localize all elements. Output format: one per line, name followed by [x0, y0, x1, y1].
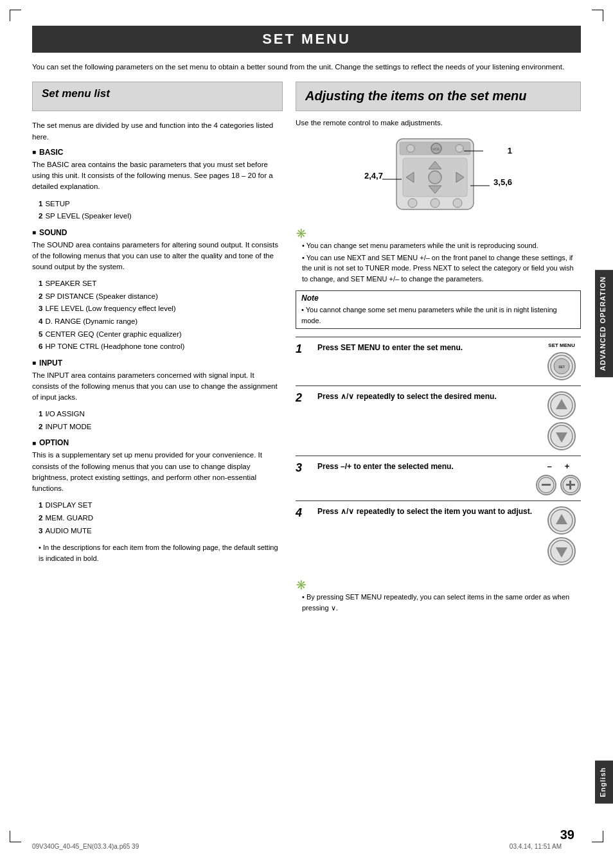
tip-text-1: You can change set menu parameters while…: [296, 240, 581, 251]
step-3-text: Press –/+ to enter the selected menu.: [317, 461, 529, 472]
set-menu-list-title: Set menu list: [42, 87, 273, 100]
english-tab: English: [595, 761, 613, 804]
tip-text-2: You can use NEXT and SET MENU +/– on the…: [296, 252, 581, 285]
up-button-2: [547, 506, 576, 535]
list-item: 3LFE LEVEL (Low frequency effect level): [39, 303, 283, 315]
corner-mark-tl: [10, 10, 21, 21]
bottom-tip-text: By pressing SET MENU repeatedly, you can…: [296, 592, 581, 613]
diagram-label-356: 3,5,6: [493, 177, 512, 187]
footer-right: 03.4.14, 11:51 AM: [510, 843, 562, 850]
use-remote-text: Use the remote control to make adjustmen…: [296, 119, 581, 127]
svg-point-14: [453, 199, 462, 208]
list-item: 1SETUP: [39, 198, 283, 211]
section-option-desc: This is a supplementary set up menu prov…: [32, 450, 283, 494]
section-input-heading: INPUT: [32, 359, 283, 368]
step-1-row: 1 Press SET MENU to enter the set menu. …: [296, 337, 581, 385]
svg-point-13: [431, 199, 440, 208]
step-1-icon: SET MENU SET: [542, 342, 581, 380]
down-button-2: [547, 537, 576, 565]
section-input-desc: The INPUT area contains parameters conce…: [32, 370, 283, 403]
step-3-icon: – +: [536, 461, 581, 495]
list-item: 1DISPLAY SET: [39, 499, 283, 512]
minus-button: [536, 475, 556, 495]
footer-note: In the descriptions for each item from t…: [32, 542, 283, 563]
section-basic-heading: BASIC: [32, 148, 283, 157]
list-item: 2SP DISTANCE (Speaker distance): [39, 290, 283, 303]
page: ADVANCED OPERATION English SET MENU You …: [0, 0, 613, 868]
section-sound-desc: The SOUND area contains parameters for a…: [32, 240, 283, 273]
left-column: Set menu list The set menus are divided …: [32, 82, 283, 614]
step-2-text: Press ∧/∨ repeatedly to select the desir…: [317, 391, 536, 402]
basic-items-list: 1SETUP 2SP LEVEL (Speaker level): [32, 198, 283, 223]
option-items-list: 1DISPLAY SET 2MEM. GUARD 3AUDIO MUTE: [32, 499, 283, 537]
step-1-title: Press SET MENU to enter the set menu.: [317, 342, 536, 353]
step-4-row: 4 Press ∧/∨ repeatedly to select the ite…: [296, 500, 581, 571]
svg-point-12: [408, 199, 417, 208]
plus-button: [560, 475, 581, 495]
svg-point-3: [456, 145, 463, 152]
up-button: [547, 391, 576, 420]
section-sound-heading: SOUND: [32, 228, 283, 237]
corner-mark-tr: [592, 10, 603, 21]
section-option-heading: OPTION: [32, 438, 283, 447]
list-item: 2SP LEVEL (Speaker level): [39, 210, 283, 223]
adjusting-title-box: Adjusting the items on the set menu: [296, 82, 581, 111]
step-4-title: Press ∧/∨ repeatedly to select the item …: [317, 506, 536, 517]
corner-mark-br: [592, 831, 603, 842]
down-button: [547, 422, 576, 450]
page-title-bar: SET MENU: [32, 26, 581, 53]
plus-minus-labels: – +: [547, 461, 570, 471]
step-3-row: 3 Press –/+ to enter the selected menu. …: [296, 456, 581, 500]
step-2-row: 2 Press ∧/∨ repeatedly to select the des…: [296, 385, 581, 456]
input-items-list: 1I/O ASSIGN 2INPUT MODE: [32, 408, 283, 433]
advanced-operation-tab: ADVANCED OPERATION: [595, 270, 613, 377]
set-menu-list-desc: The set menus are divided by use and fun…: [32, 120, 283, 143]
section-basic-desc: The BASIC area contains the basic parame…: [32, 159, 283, 193]
remote-control-svg: VOL: [384, 136, 486, 213]
set-menu-button: SET: [547, 352, 576, 380]
adjusting-title: Adjusting the items on the set menu: [305, 87, 571, 104]
step-4-number: 4: [296, 506, 311, 520]
minus-plus-buttons: [536, 475, 581, 495]
diagram-label-247: 2,4,7: [364, 171, 383, 181]
step-2-number: 2: [296, 391, 311, 405]
svg-rect-29: [569, 481, 571, 490]
list-item: 4D. RANGE (Dynamic range): [39, 315, 283, 328]
corner-mark-bl: [10, 831, 21, 842]
svg-text:VOL: VOL: [432, 147, 441, 151]
step-3-number: 3: [296, 461, 311, 475]
list-item: 1SPEAKER SET: [39, 278, 283, 290]
tip-icon-1: ✳️: [296, 228, 581, 238]
list-item: 6HP TONE CTRL (Headphone tone control): [39, 341, 283, 353]
step-4-text: Press ∧/∨ repeatedly to select the item …: [317, 506, 536, 517]
right-column: Adjusting the items on the set menu Use …: [296, 82, 581, 614]
note-title: Note: [301, 294, 575, 303]
bottom-tip-section: ✳️ By pressing SET MENU repeatedly, you …: [296, 580, 581, 613]
svg-rect-26: [542, 484, 551, 486]
step-1-number: 1: [296, 342, 311, 356]
tip-section-1: ✳️ You can change set menu parameters wh…: [296, 228, 581, 284]
svg-point-2: [407, 145, 414, 152]
svg-point-11: [429, 171, 441, 184]
list-item: 5CENTER GEQ (Center graphic equalizer): [39, 328, 283, 341]
step-2-title: Press ∧/∨ repeatedly to select the desir…: [317, 391, 536, 402]
two-column-layout: Set menu list The set menus are divided …: [32, 82, 581, 614]
step-3-title: Press –/+ to enter the selected menu.: [317, 461, 529, 472]
list-item: 2INPUT MODE: [39, 421, 283, 434]
list-item: 1I/O ASSIGN: [39, 408, 283, 421]
plus-label: +: [565, 461, 570, 471]
footer-left: 09V340G_40-45_EN(03.3.4)a.p65 39: [32, 843, 139, 850]
step-1-text: Press SET MENU to enter the set menu.: [317, 342, 536, 353]
page-number: 39: [560, 828, 574, 842]
intro-text: You can set the following parameters on …: [32, 62, 581, 73]
set-menu-list-box: Set menu list: [32, 82, 283, 111]
set-menu-label: SET MENU: [548, 342, 574, 348]
svg-text:SET: SET: [558, 365, 565, 369]
remote-diagram: VOL: [296, 136, 581, 219]
diagram-label-1: 1: [508, 146, 512, 155]
minus-label: –: [547, 461, 552, 471]
step-4-icon: [542, 506, 581, 565]
note-text: You cannot change some set menu paramete…: [301, 305, 575, 326]
page-title: SET MENU: [262, 31, 351, 47]
note-box: Note You cannot change some set menu par…: [296, 290, 581, 329]
